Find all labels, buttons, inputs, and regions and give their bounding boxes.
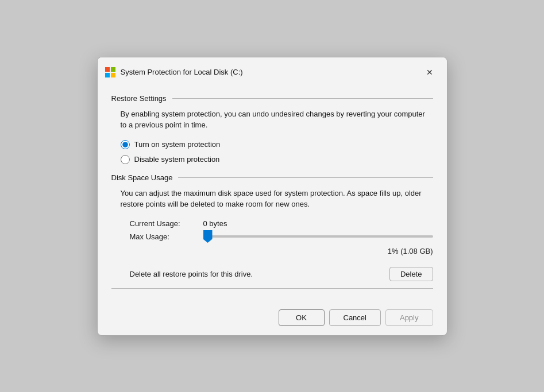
turn-on-protection-radio[interactable] [121, 140, 130, 149]
svg-rect-3 [111, 73, 115, 77]
button-bar: OK Cancel Apply [98, 305, 447, 335]
delete-row: Delete all restore points for this drive… [121, 267, 433, 281]
system-protection-dialog: System Protection for Local Disk (C:) ✕ … [97, 57, 447, 336]
dialog-title: System Protection for Local Disk (C:) [121, 68, 243, 76]
ok-button[interactable]: OK [279, 309, 325, 326]
disable-protection-label[interactable]: Disable system protection [121, 155, 433, 164]
max-usage-label: Max Usage: [130, 232, 199, 241]
restore-settings-title: Restore Settings [111, 94, 167, 103]
apply-button[interactable]: Apply [385, 309, 433, 326]
svg-rect-0 [105, 67, 110, 72]
dialog-icon [105, 67, 116, 78]
delete-button[interactable]: Delete [389, 267, 433, 281]
disk-space-title: Disk Space Usage [111, 173, 173, 182]
restore-settings-body: By enabling system protection, you can u… [111, 108, 433, 164]
current-usage-value: 0 bytes [203, 219, 433, 228]
cancel-button[interactable]: Cancel [329, 309, 381, 326]
dialog-content: Restore Settings By enabling system prot… [98, 85, 447, 305]
usage-grid: Current Usage: 0 bytes Max Usage: 1% (1.… [121, 219, 433, 255]
disk-space-header: Disk Space Usage [111, 173, 433, 182]
turn-on-protection-text: Turn on system protection [134, 140, 221, 149]
title-bar-left: System Protection for Local Disk (C:) [105, 67, 243, 78]
max-usage-slider[interactable] [203, 235, 433, 238]
delete-label: Delete all restore points for this drive… [130, 270, 253, 278]
restore-settings-description: By enabling system protection, you can u… [121, 108, 433, 131]
slider-value-display: 1% (1.08 GB) [203, 247, 433, 255]
disk-space-body: You can adjust the maximum disk space us… [111, 188, 433, 281]
disable-protection-text: Disable system protection [134, 155, 220, 164]
restore-settings-divider [172, 98, 433, 99]
bottom-divider [111, 288, 433, 289]
protection-radio-group: Turn on system protection Disable system… [121, 140, 433, 164]
close-button[interactable]: ✕ [422, 64, 438, 80]
restore-settings-header: Restore Settings [111, 94, 433, 103]
current-usage-label: Current Usage: [130, 219, 199, 228]
disable-protection-radio[interactable] [121, 155, 130, 164]
turn-on-protection-label[interactable]: Turn on system protection [121, 140, 433, 149]
title-bar: System Protection for Local Disk (C:) ✕ [98, 57, 447, 85]
disk-space-section: Disk Space Usage You can adjust the maxi… [111, 173, 433, 281]
disk-space-description: You can adjust the maximum disk space us… [121, 188, 433, 210]
svg-rect-2 [105, 73, 110, 77]
disk-space-divider [178, 177, 433, 178]
svg-rect-1 [111, 67, 115, 72]
max-usage-slider-container [203, 235, 433, 238]
